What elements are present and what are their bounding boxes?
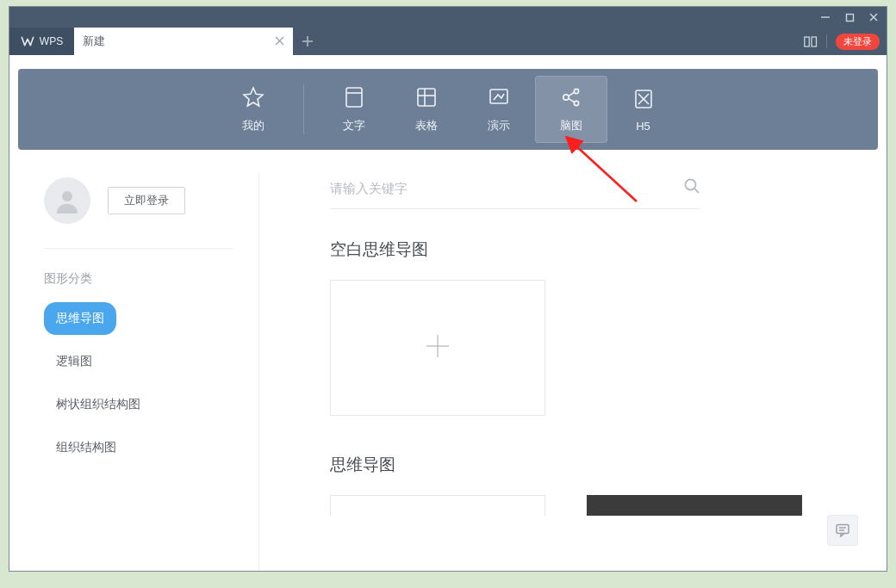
template-card-dark[interactable]	[587, 495, 802, 516]
nav-label: H5	[636, 120, 650, 133]
nav-item-mindmap[interactable]: 脑图	[535, 76, 607, 143]
svg-line-20	[568, 98, 574, 102]
lower-panes: 立即登录 图形分类 思维导图 逻辑图 树状组织结构图 组织结构图	[18, 172, 878, 571]
nav-label: 脑图	[560, 118, 582, 133]
search-icon[interactable]	[683, 177, 700, 198]
category-item-org[interactable]: 组织结构图	[44, 431, 128, 464]
mindmap-icon	[559, 85, 583, 109]
close-tab-icon[interactable]	[275, 34, 284, 48]
svg-line-26	[694, 189, 699, 193]
sidebar: 立即登录 图形分类 思维导图 逻辑图 树状组织结构图 组织结构图	[18, 172, 259, 571]
document-icon	[342, 85, 366, 109]
login-status-badge[interactable]: 未登录	[836, 34, 880, 50]
svg-rect-8	[805, 37, 810, 46]
nav-label: 我的	[242, 118, 264, 133]
search-row	[330, 177, 700, 209]
svg-point-24	[62, 191, 72, 201]
close-button[interactable]	[868, 11, 880, 23]
user-icon	[53, 186, 82, 215]
wps-home-tab[interactable]: WPS	[9, 28, 74, 55]
nav-item-mine[interactable]: 我的	[217, 76, 289, 143]
svg-rect-9	[812, 37, 817, 46]
svg-line-19	[568, 92, 574, 96]
window-titlebar	[9, 7, 887, 28]
svg-point-18	[574, 101, 578, 105]
category-item-logic[interactable]: 逻辑图	[44, 345, 104, 378]
section-templates-title: 思维导图	[330, 454, 878, 476]
svg-point-17	[574, 89, 578, 93]
nav-separator	[303, 84, 304, 134]
nav-label: 演示	[488, 118, 510, 133]
login-button[interactable]: 立即登录	[108, 187, 185, 214]
chat-icon	[835, 523, 850, 538]
category-toolbar: 我的 文字 表格 演示	[18, 69, 878, 150]
add-tab-button[interactable]	[293, 28, 322, 55]
category-item-mindmap[interactable]: 思维导图	[44, 302, 116, 335]
nav-label: 文字	[343, 118, 365, 133]
h5-icon	[632, 87, 656, 111]
svg-rect-12	[418, 89, 435, 106]
star-icon	[241, 85, 265, 109]
blank-template-card[interactable]	[330, 280, 545, 416]
svg-rect-29	[837, 525, 849, 534]
minimize-button[interactable]	[819, 11, 831, 23]
nav-item-sheet[interactable]: 表格	[390, 76, 463, 143]
svg-rect-1	[846, 14, 853, 21]
tab-strip: WPS 新建 未登录	[9, 28, 887, 55]
nav-item-presentation[interactable]: 演示	[463, 76, 535, 143]
svg-rect-10	[346, 88, 362, 107]
category-list: 思维导图 逻辑图 树状组织结构图 组织结构图	[44, 302, 233, 474]
svg-point-25	[686, 180, 696, 190]
maximize-button[interactable]	[843, 11, 856, 23]
wps-tab-label: WPS	[40, 35, 63, 47]
divider	[826, 34, 827, 48]
template-row	[330, 495, 878, 516]
content-area: 我的 文字 表格 演示	[9, 55, 887, 571]
main-pane: 空白思维导图 思维导图	[275, 172, 878, 571]
presentation-icon	[487, 85, 511, 109]
category-item-tree-org[interactable]: 树状组织结构图	[44, 388, 152, 421]
nav-item-h5[interactable]: H5	[607, 76, 680, 143]
file-tab-new[interactable]: 新建	[74, 28, 293, 55]
app-window: WPS 新建 未登录 我的	[9, 6, 887, 572]
svg-point-16	[563, 95, 568, 100]
sidebar-divider	[258, 172, 259, 571]
section-blank-title: 空白思维导图	[330, 238, 878, 261]
nav-item-text[interactable]: 文字	[318, 76, 390, 143]
spreadsheet-icon	[414, 85, 439, 109]
tabstrip-right: 未登录	[804, 28, 887, 55]
panels-icon[interactable]	[804, 36, 818, 47]
nav-label: 表格	[415, 118, 438, 133]
template-card-light[interactable]	[330, 495, 545, 516]
profile-row: 立即登录	[44, 177, 233, 249]
feedback-button[interactable]	[828, 516, 857, 545]
category-heading: 图形分类	[44, 271, 233, 287]
file-tab-label: 新建	[83, 34, 105, 49]
search-input[interactable]	[330, 181, 683, 195]
wps-logo-icon	[21, 35, 34, 47]
plus-icon	[425, 333, 451, 362]
avatar[interactable]	[44, 177, 90, 224]
